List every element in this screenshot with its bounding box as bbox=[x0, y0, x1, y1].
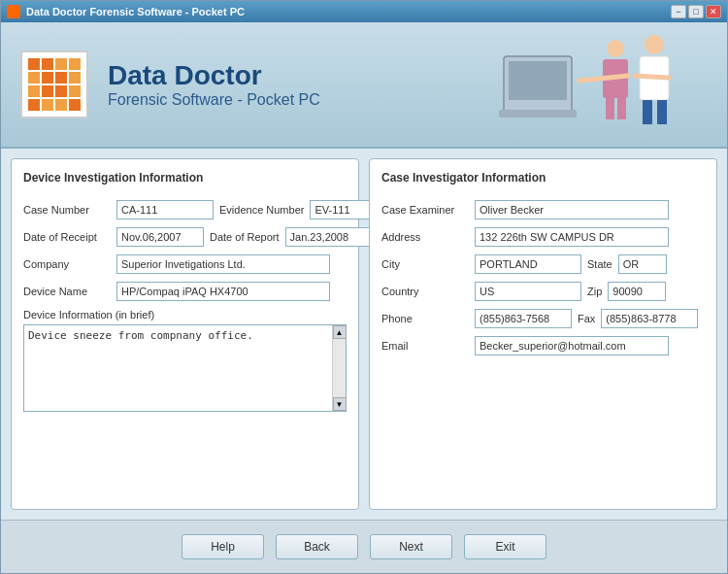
svg-rect-16 bbox=[69, 99, 81, 111]
city-state-row: City State bbox=[381, 254, 705, 274]
titlebar-buttons: − □ ✕ bbox=[671, 5, 721, 18]
illustration-svg bbox=[494, 27, 708, 144]
right-panel-title: Case Investigator Information bbox=[381, 171, 705, 188]
svg-rect-2 bbox=[42, 58, 53, 70]
device-name-label: Device Name bbox=[23, 286, 111, 297]
country-label: Country bbox=[381, 286, 469, 297]
scrollbar[interactable]: ▲ ▼ bbox=[332, 325, 346, 411]
case-number-input[interactable] bbox=[116, 200, 214, 219]
country-zip-row: Country Zip bbox=[381, 282, 705, 301]
phone-fax-row: Phone Fax bbox=[381, 309, 705, 328]
svg-line-29 bbox=[635, 76, 669, 78]
evidence-number-input[interactable] bbox=[310, 200, 378, 219]
svg-rect-12 bbox=[69, 85, 81, 97]
date-receipt-input[interactable] bbox=[116, 227, 204, 247]
svg-rect-14 bbox=[42, 99, 53, 111]
date-receipt-label: Date of Receipt bbox=[23, 231, 111, 243]
svg-rect-1 bbox=[28, 58, 40, 70]
fax-input[interactable] bbox=[601, 309, 698, 328]
svg-rect-26 bbox=[606, 98, 614, 119]
city-input[interactable] bbox=[475, 254, 581, 274]
country-input[interactable] bbox=[475, 282, 581, 301]
svg-rect-10 bbox=[42, 85, 53, 97]
case-number-label: Case Number bbox=[23, 204, 111, 216]
phone-label: Phone bbox=[381, 313, 469, 324]
email-label: Email bbox=[381, 340, 469, 352]
main-window: Data Doctor Forensic Software - Pocket P… bbox=[0, 0, 728, 574]
svg-rect-13 bbox=[28, 99, 40, 111]
scroll-track bbox=[333, 339, 346, 397]
main-content: Device Investigation Information Case Nu… bbox=[1, 149, 727, 520]
header-illustration bbox=[494, 27, 708, 144]
svg-rect-15 bbox=[55, 99, 67, 111]
header-text: Data Doctor Forensic Software - Pocket P… bbox=[108, 60, 320, 109]
case-number-row: Case Number Evidence Number bbox=[23, 200, 347, 219]
back-button[interactable]: Back bbox=[276, 534, 358, 559]
company-input[interactable] bbox=[116, 254, 330, 274]
company-row: Company bbox=[23, 254, 347, 274]
bottom-bar: Help Back Next Exit bbox=[1, 520, 727, 573]
device-info-container: ▲ ▼ bbox=[23, 324, 347, 412]
logo-icon bbox=[28, 58, 81, 111]
device-info-section: Device Information (in brief) ▲ ▼ bbox=[23, 309, 347, 412]
address-input[interactable] bbox=[475, 227, 669, 247]
examiner-row: Case Examiner bbox=[381, 200, 705, 219]
svg-rect-18 bbox=[509, 61, 567, 100]
zip-label: Zip bbox=[587, 286, 602, 297]
scroll-down-button[interactable]: ▼ bbox=[333, 397, 347, 411]
logo-box bbox=[20, 51, 88, 118]
svg-rect-27 bbox=[617, 98, 626, 119]
state-input[interactable] bbox=[618, 254, 667, 274]
exit-button[interactable]: Exit bbox=[464, 534, 546, 559]
email-row: Email bbox=[381, 336, 705, 355]
svg-rect-23 bbox=[657, 100, 667, 124]
app-title: Data Doctor bbox=[108, 60, 320, 91]
header: Data Doctor Forensic Software - Pocket P… bbox=[1, 22, 727, 149]
city-label: City bbox=[381, 258, 469, 270]
examiner-label: Case Examiner bbox=[381, 204, 469, 216]
left-panel-title: Device Investigation Information bbox=[23, 171, 347, 188]
date-row: Date of Receipt Date of Report bbox=[23, 227, 347, 247]
svg-point-20 bbox=[645, 35, 664, 54]
phone-input[interactable] bbox=[475, 309, 572, 328]
svg-rect-8 bbox=[69, 72, 81, 84]
titlebar: Data Doctor Forensic Software - Pocket P… bbox=[1, 1, 727, 22]
minimize-button[interactable]: − bbox=[671, 5, 686, 18]
state-label: State bbox=[587, 258, 612, 270]
device-info-textarea[interactable] bbox=[24, 325, 332, 411]
svg-rect-7 bbox=[55, 72, 67, 84]
fax-label: Fax bbox=[578, 313, 595, 324]
company-label: Company bbox=[23, 258, 111, 270]
scroll-up-button[interactable]: ▲ bbox=[333, 325, 347, 339]
right-panel: Case Investigator Information Case Exami… bbox=[369, 158, 717, 510]
examiner-input[interactable] bbox=[475, 200, 669, 219]
next-button[interactable]: Next bbox=[370, 534, 452, 559]
email-input[interactable] bbox=[475, 336, 669, 355]
zip-input[interactable] bbox=[608, 282, 666, 301]
svg-point-24 bbox=[607, 40, 624, 57]
svg-rect-22 bbox=[643, 100, 652, 124]
device-name-input[interactable] bbox=[116, 282, 330, 301]
date-report-input[interactable] bbox=[285, 227, 373, 247]
address-row: Address bbox=[381, 227, 705, 247]
window-title: Data Doctor Forensic Software - Pocket P… bbox=[26, 6, 665, 17]
help-button[interactable]: Help bbox=[182, 534, 264, 559]
app-subtitle: Forensic Software - Pocket PC bbox=[108, 91, 320, 109]
svg-rect-3 bbox=[55, 58, 67, 70]
svg-rect-5 bbox=[28, 72, 40, 84]
left-panel: Device Investigation Information Case Nu… bbox=[11, 158, 359, 510]
address-label: Address bbox=[381, 231, 469, 243]
svg-rect-6 bbox=[42, 72, 53, 84]
svg-rect-19 bbox=[499, 110, 577, 118]
device-info-label: Device Information (in brief) bbox=[23, 309, 347, 321]
panels-container: Device Investigation Information Case Nu… bbox=[11, 158, 717, 510]
date-report-label: Date of Report bbox=[210, 231, 280, 243]
close-button[interactable]: ✕ bbox=[706, 5, 721, 18]
svg-rect-4 bbox=[69, 58, 81, 70]
svg-rect-9 bbox=[28, 85, 40, 97]
app-icon bbox=[7, 5, 20, 18]
svg-rect-11 bbox=[55, 85, 67, 97]
maximize-button[interactable]: □ bbox=[688, 5, 704, 18]
evidence-number-label: Evidence Number bbox=[219, 204, 304, 216]
device-name-row: Device Name bbox=[23, 282, 347, 301]
